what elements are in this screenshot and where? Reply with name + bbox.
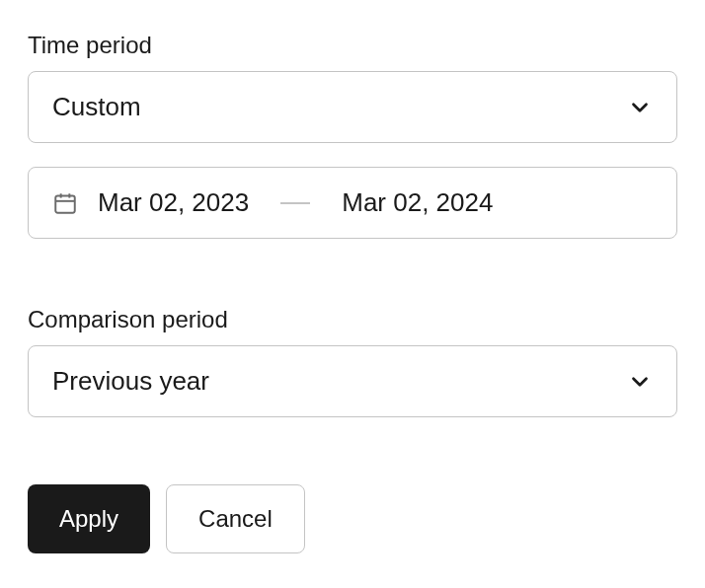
time-period-label: Time period — [28, 32, 677, 59]
date-range-picker[interactable]: Mar 02, 2023 Mar 02, 2024 — [28, 167, 677, 239]
date-range-end: Mar 02, 2024 — [342, 187, 493, 218]
time-period-group: Time period Custom Mar 02, 2023 Mar 02, … — [28, 32, 677, 239]
calendar-icon — [52, 190, 78, 216]
comparison-period-label: Comparison period — [28, 306, 677, 333]
time-period-selected-value: Custom — [52, 92, 141, 122]
cancel-button[interactable]: Cancel — [166, 484, 305, 553]
date-range-separator — [280, 202, 310, 204]
apply-button[interactable]: Apply — [28, 484, 150, 553]
comparison-period-selected-value: Previous year — [52, 366, 209, 397]
comparison-period-select[interactable]: Previous year — [28, 345, 677, 417]
date-range-start: Mar 02, 2023 — [98, 187, 249, 218]
comparison-period-group: Comparison period Previous year — [28, 306, 677, 417]
action-buttons: Apply Cancel — [28, 484, 677, 553]
chevron-down-icon — [627, 95, 653, 120]
chevron-down-icon — [627, 369, 653, 395]
svg-rect-0 — [55, 195, 75, 212]
time-period-select[interactable]: Custom — [28, 71, 677, 143]
